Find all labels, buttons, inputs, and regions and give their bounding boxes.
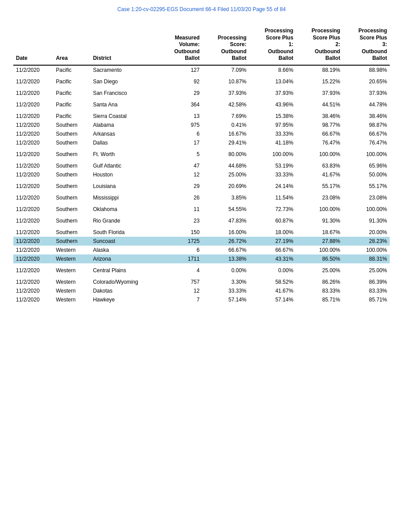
cell-ps1: 0.00%	[249, 266, 296, 275]
table-row: 11/2/2020SouthernArkansas616.67%33.33%66…	[13, 129, 390, 138]
col-date: Date	[13, 26, 53, 65]
cell-area: Southern	[53, 237, 90, 246]
table-row: 11/2/2020SouthernAlabama9750.41%97.95%98…	[13, 121, 390, 129]
col-proc-score: ProcessingScore:OutboundBallot	[202, 26, 249, 65]
cell-ps3: 86.39%	[343, 278, 390, 286]
table-row: 11/2/2020WesternCentral Plains40.00%0.00…	[13, 266, 390, 275]
cell-ps3: 100.00%	[343, 150, 390, 159]
table-row: 11/2/2020SouthernGulf Atlantic4744.68%53…	[13, 161, 390, 170]
cell-district: Louisiana	[90, 182, 160, 191]
cell-ps3: 37.93%	[343, 89, 390, 98]
cell-date: 11/2/2020	[13, 266, 53, 275]
cell-ps1: 24.14%	[249, 182, 296, 191]
col-measured-volume: MeasuredVolume:OutboundBallot	[160, 26, 202, 65]
cell-district: Arkansas	[90, 129, 160, 138]
cell-date: 11/2/2020	[13, 286, 53, 295]
cell-district: Santa Ana	[90, 100, 160, 109]
cell-area: Southern	[53, 161, 90, 170]
cell-district: Ft. Worth	[90, 150, 160, 159]
cell-volume: 29	[160, 182, 202, 191]
table-row: 11/2/2020WesternArizona171113.38%43.31%8…	[13, 254, 390, 263]
cell-ps2: 86.26%	[296, 278, 343, 286]
cell-district: Arizona	[90, 254, 160, 263]
cell-volume: 11	[160, 205, 202, 214]
cell-district: Dakotas	[90, 286, 160, 295]
table-row: 11/2/2020PacificSan Diego9210.87%13.04%1…	[13, 77, 390, 86]
cell-district: Alabama	[90, 121, 160, 129]
cell-ps3: 83.33%	[343, 286, 390, 295]
cell-ps3: 100.00%	[343, 246, 390, 254]
cell-ps3: 76.47%	[343, 138, 390, 147]
cell-date: 11/2/2020	[13, 295, 53, 304]
cell-district: Houston	[90, 170, 160, 179]
cell-ps: 25.00%	[202, 170, 249, 179]
cell-date: 11/2/2020	[13, 138, 53, 147]
cell-volume: 975	[160, 121, 202, 129]
cell-ps: 42.58%	[202, 100, 249, 109]
cell-ps: 3.85%	[202, 193, 249, 202]
cell-volume: 23	[160, 216, 202, 225]
cell-date: 11/2/2020	[13, 278, 53, 286]
cell-volume: 1711	[160, 254, 202, 263]
cell-ps1: 43.96%	[249, 100, 296, 109]
cell-ps1: 33.33%	[249, 170, 296, 179]
col-proc-score-plus1: ProcessingScore Plus1:OutboundBallot	[249, 26, 296, 65]
cell-ps3: 65.96%	[343, 161, 390, 170]
cell-district: Colorado/Wyoming	[90, 278, 160, 286]
cell-ps2: 66.67%	[296, 129, 343, 138]
cell-district: Central Plains	[90, 266, 160, 275]
cell-date: 11/2/2020	[13, 228, 53, 237]
cell-area: Pacific	[53, 89, 90, 98]
col-proc-score-plus3: ProcessingScore Plus3:OutboundBallot	[343, 26, 390, 65]
cell-ps1: 18.00%	[249, 228, 296, 237]
cell-volume: 92	[160, 77, 202, 86]
cell-ps3: 66.67%	[343, 129, 390, 138]
cell-ps: 0.41%	[202, 121, 249, 129]
cell-ps2: 37.93%	[296, 89, 343, 98]
cell-ps2: 76.47%	[296, 138, 343, 147]
cell-ps: 16.67%	[202, 129, 249, 138]
cell-ps2: 86.50%	[296, 254, 343, 263]
table-row: 11/2/2020SouthernMississippi263.85%11.54…	[13, 193, 390, 202]
cell-area: Southern	[53, 121, 90, 129]
cell-ps2: 23.08%	[296, 193, 343, 202]
cell-ps: 47.83%	[202, 216, 249, 225]
cell-date: 11/2/2020	[13, 77, 53, 86]
cell-district: Suncoast	[90, 237, 160, 246]
cell-ps: 10.87%	[202, 77, 249, 86]
cell-volume: 757	[160, 278, 202, 286]
cell-area: Southern	[53, 205, 90, 214]
cell-volume: 1725	[160, 237, 202, 246]
table-row: 11/2/2020PacificSan Francisco2937.93%37.…	[13, 89, 390, 98]
cell-volume: 6	[160, 246, 202, 254]
cell-ps1: 60.87%	[249, 216, 296, 225]
cell-volume: 6	[160, 129, 202, 138]
cell-ps2: 85.71%	[296, 295, 343, 304]
cell-ps: 7.09%	[202, 65, 249, 74]
cell-ps: 7.69%	[202, 112, 249, 121]
cell-volume: 364	[160, 100, 202, 109]
cell-date: 11/2/2020	[13, 89, 53, 98]
cell-ps3: 25.00%	[343, 266, 390, 275]
cell-ps3: 88.31%	[343, 254, 390, 263]
cell-ps2: 88.19%	[296, 65, 343, 74]
cell-ps2: 27.88%	[296, 237, 343, 246]
cell-district: Sacramento	[90, 65, 160, 74]
cell-ps2: 15.22%	[296, 77, 343, 86]
cell-ps: 20.69%	[202, 182, 249, 191]
cell-ps1: 13.04%	[249, 77, 296, 86]
cell-district: San Diego	[90, 77, 160, 86]
table-row: 11/2/2020SouthernLouisiana2920.69%24.14%…	[13, 182, 390, 191]
cell-ps1: 33.33%	[249, 129, 296, 138]
cell-date: 11/2/2020	[13, 150, 53, 159]
cell-ps: 0.00%	[202, 266, 249, 275]
cell-area: Western	[53, 286, 90, 295]
page-header: Case 1:20-cv-02295-EGS Document 66-4 Fil…	[0, 0, 403, 17]
cell-area: Southern	[53, 138, 90, 147]
cell-ps2: 100.00%	[296, 246, 343, 254]
cell-ps3: 20.00%	[343, 228, 390, 237]
table-row: 11/2/2020PacificSacramento1277.09%8.66%8…	[13, 65, 390, 74]
cell-area: Southern	[53, 216, 90, 225]
cell-ps1: 41.67%	[249, 286, 296, 295]
cell-ps2: 38.46%	[296, 112, 343, 121]
